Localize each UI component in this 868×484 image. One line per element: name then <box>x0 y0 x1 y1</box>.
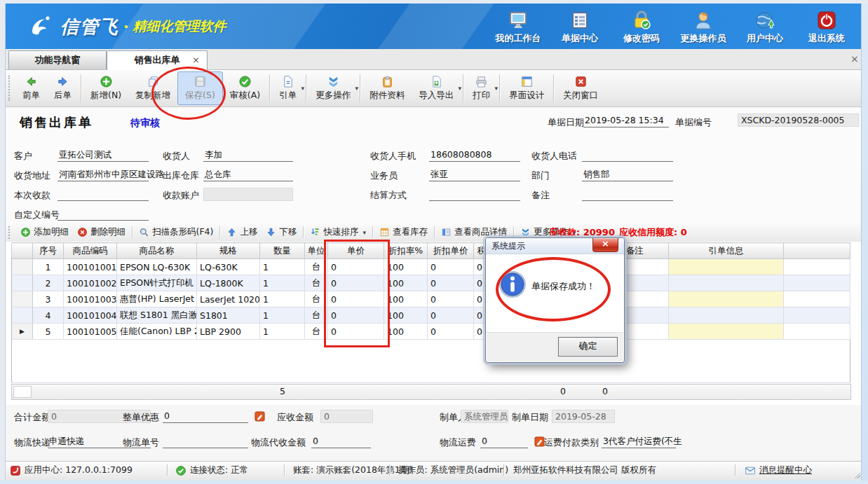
print-button[interactable]: 打印▾ <box>466 72 497 104</box>
table-cell[interactable]: 100101001 <box>64 259 117 275</box>
row-selector[interactable]: ▶ <box>12 324 33 340</box>
table-row[interactable]: ▶5100101005佳能(Canon) LBP 2900+LBP 29001台… <box>12 324 850 340</box>
field-物流运费[interactable]: 0 <box>480 435 528 448</box>
close-window-button[interactable]: 关闭窗口 <box>556 72 605 104</box>
move-up-button[interactable]: 上移 <box>222 225 262 240</box>
field-客户[interactable]: 亚拓公司测试 <box>57 148 149 162</box>
table-cell[interactable]: 0 <box>428 307 474 324</box>
doc-date-field[interactable]: 2019-05-28 15:34 <box>583 114 669 127</box>
table-cell[interactable]: EPSON LQ-630K <box>117 259 197 275</box>
import-export-button[interactable]: 导入导出▾ <box>412 72 461 104</box>
field-收货人手机[interactable]: 18608080808 <box>429 148 520 162</box>
table-cell[interactable]: 100 <box>384 259 428 275</box>
edit-icon[interactable] <box>255 411 265 422</box>
table-cell[interactable]: 1 <box>33 259 64 275</box>
column-header[interactable] <box>784 243 850 259</box>
field-业务员[interactable]: 张亚 <box>429 168 520 181</box>
table-cell[interactable] <box>669 259 784 275</box>
table-cell[interactable]: 100 <box>384 291 428 307</box>
table-cell[interactable] <box>784 307 850 324</box>
table-cell[interactable]: 1 <box>260 307 305 324</box>
menu-change-password[interactable]: 修改密码 <box>613 8 670 46</box>
ui-design-button[interactable]: 界面设计 <box>502 72 551 104</box>
table-cell[interactable]: 100101002 <box>64 275 117 291</box>
table-cell[interactable]: LQ-1800K <box>197 275 260 291</box>
table-row[interactable]: 1100101001EPSON LQ-630KLQ-630K1台010000 <box>12 259 850 275</box>
column-header[interactable] <box>12 243 33 259</box>
table-cell[interactable] <box>669 275 784 291</box>
ok-button[interactable]: 确定 <box>558 337 618 357</box>
dialog-close-icon[interactable]: × <box>592 238 618 252</box>
field-备注[interactable] <box>582 188 673 201</box>
field-运费付款类别[interactable]: 3代客户付运费(不生 <box>602 435 676 448</box>
table-cell[interactable]: 4 <box>33 307 64 324</box>
add-new-button[interactable]: 新增(N) <box>83 72 128 104</box>
field-结算方式[interactable] <box>429 188 520 201</box>
view-stock-button[interactable]: 查看库存 <box>375 225 432 240</box>
column-header[interactable]: 折扣率% <box>384 243 428 259</box>
row-selector[interactable] <box>12 275 33 291</box>
table-row[interactable]: 2100101002EPSON针式打印机LQ-1800K1台010000 <box>12 275 850 291</box>
table-cell[interactable]: 佳能(Canon) LBP 2900+ <box>117 324 197 340</box>
table-cell[interactable]: 3 <box>33 291 64 307</box>
field-收货人电话[interactable] <box>582 148 673 162</box>
field-收货人[interactable]: 李加 <box>203 148 293 162</box>
table-cell[interactable]: 5 <box>33 324 64 340</box>
ref-doc-button[interactable]: 引单▾ <box>272 72 304 104</box>
field-物流单号[interactable] <box>163 435 248 448</box>
edit-icon[interactable] <box>534 436 545 447</box>
row-selector[interactable] <box>12 307 33 324</box>
table-cell[interactable] <box>669 324 784 340</box>
table-cell[interactable]: EPSON针式打印机 <box>117 275 197 291</box>
table-cell[interactable]: 惠普(HP) LaserJet 1020 <box>117 291 197 307</box>
table-cell[interactable]: 0 <box>428 291 474 307</box>
more-ops-button[interactable]: 更多操作▾ <box>308 72 358 104</box>
table-cell[interactable] <box>669 291 784 307</box>
table-cell[interactable]: LaserJet 1020 <box>197 291 260 307</box>
move-down-button[interactable]: 下移 <box>262 225 301 240</box>
table-cell[interactable]: 100 <box>384 307 428 324</box>
close-panel-icon[interactable]: × <box>850 53 859 64</box>
field-出库仓库[interactable]: 总仓库 <box>203 168 293 181</box>
table-row[interactable]: 4100101004联想 S1801 黑白激光打印S18011台010000 <box>12 307 850 324</box>
menu-doc-center[interactable]: 单据中心 <box>551 8 609 46</box>
status-message-center[interactable]: 消息提醒中心 <box>745 464 812 476</box>
table-cell[interactable]: 100101003 <box>64 291 117 307</box>
table-cell[interactable]: 0 <box>428 259 474 275</box>
field-部门[interactable]: 销售部 <box>582 168 673 181</box>
menu-exit-system[interactable]: 退出系统 <box>798 8 855 46</box>
table-row[interactable]: 3100101003惠普(HP) LaserJet 1020LaserJet 1… <box>12 291 850 307</box>
row-selector[interactable] <box>12 259 33 275</box>
column-header[interactable]: 规格 <box>197 243 260 259</box>
table-cell[interactable]: 100101005 <box>64 324 117 340</box>
table-cell[interactable]: LQ-630K <box>197 259 260 275</box>
prev-doc-button[interactable]: 前单 <box>15 72 47 104</box>
scan-barcode-button[interactable]: 扫描条形码(F4) <box>135 225 217 240</box>
table-cell[interactable]: 1 <box>260 275 305 291</box>
menu-user-center[interactable]: 用户中心 <box>736 8 794 46</box>
column-header[interactable]: 折扣单价 <box>428 243 474 259</box>
table-cell[interactable]: 1 <box>260 291 305 307</box>
column-header[interactable]: 商品编码 <box>64 243 117 259</box>
table-cell[interactable]: 2 <box>33 275 64 291</box>
add-detail-button[interactable]: 添加明细 <box>16 225 73 240</box>
delete-detail-button[interactable]: 删除明细 <box>73 225 130 240</box>
column-header[interactable]: 序号 <box>33 243 64 259</box>
tab-function-nav[interactable]: 功能导航窗 <box>8 50 107 69</box>
field-本次收款[interactable] <box>57 188 149 201</box>
table-cell[interactable]: LBP 2900 <box>197 324 260 340</box>
field-收货地址[interactable]: 河南省郑州市中原区建设路 <box>57 168 149 181</box>
menu-workbench[interactable]: 我的工作台 <box>489 8 547 46</box>
field-物流代收金额[interactable]: 0 <box>311 435 371 448</box>
column-header[interactable]: 数量 <box>260 243 305 259</box>
table-cell[interactable]: 0 <box>428 324 474 340</box>
table-cell[interactable]: 0 <box>428 275 474 291</box>
table-cell[interactable] <box>784 291 850 307</box>
field-自定义编号[interactable] <box>57 207 149 221</box>
table-cell[interactable]: 100101004 <box>64 307 117 324</box>
next-doc-button[interactable]: 后单 <box>47 72 79 104</box>
table-cell[interactable]: 100 <box>384 275 428 291</box>
table-cell[interactable] <box>669 307 784 324</box>
table-cell[interactable] <box>784 259 850 275</box>
table-cell[interactable]: 100 <box>384 324 428 340</box>
